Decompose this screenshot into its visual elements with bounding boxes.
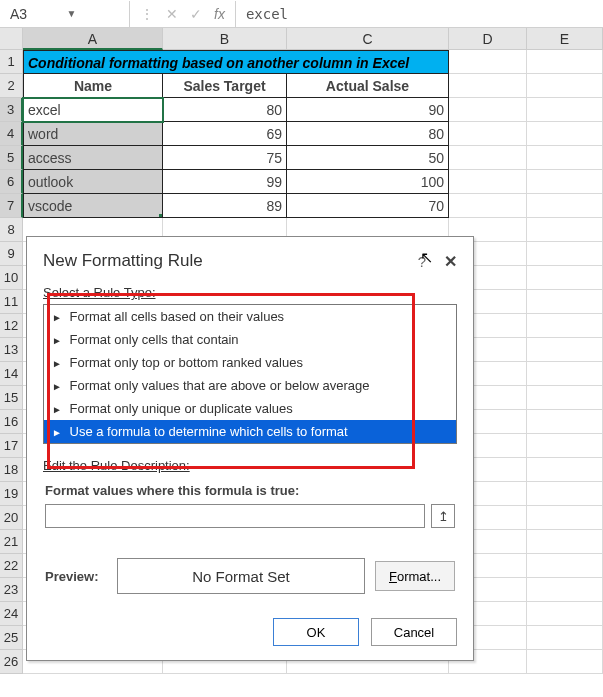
data-actual-cell[interactable]: 50 [287, 146, 449, 170]
col-header-d[interactable]: D [449, 28, 527, 50]
cell[interactable] [449, 122, 527, 146]
row-header[interactable]: 25 [0, 626, 23, 650]
rule-type-option[interactable]: ► Format only values that are above or b… [44, 374, 456, 397]
cell[interactable] [527, 530, 603, 554]
cell[interactable] [527, 410, 603, 434]
close-icon[interactable]: ✕ [444, 252, 457, 271]
rule-type-option[interactable]: ► Format only unique or duplicate values [44, 397, 456, 420]
rule-type-option[interactable]: ► Format only cells that contain [44, 328, 456, 351]
rule-type-option[interactable]: ► Format only top or bottom ranked value… [44, 351, 456, 374]
data-name-cell[interactable]: excel [23, 98, 163, 122]
cell[interactable] [527, 554, 603, 578]
col-header-c[interactable]: C [287, 28, 449, 50]
data-target-cell[interactable]: 75 [163, 146, 287, 170]
data-actual-cell[interactable]: 80 [287, 122, 449, 146]
cell[interactable] [527, 74, 603, 98]
row-header[interactable]: 9 [0, 242, 23, 266]
col-header-a[interactable]: A [23, 28, 163, 50]
row-header[interactable]: 3 [0, 98, 23, 122]
cell[interactable] [449, 146, 527, 170]
row-header[interactable]: 7 [0, 194, 23, 218]
header-actual-sales[interactable]: Actual Salse [287, 74, 449, 98]
cell[interactable] [527, 506, 603, 530]
cell[interactable] [527, 386, 603, 410]
row-header[interactable]: 5 [0, 146, 23, 170]
row-header[interactable]: 2 [0, 74, 23, 98]
row-header[interactable]: 20 [0, 506, 23, 530]
data-target-cell[interactable]: 89 [163, 194, 287, 218]
cell[interactable] [527, 50, 603, 74]
cell[interactable] [527, 314, 603, 338]
cell[interactable] [527, 626, 603, 650]
cell[interactable] [527, 458, 603, 482]
accept-icon[interactable]: ✓ [190, 6, 202, 22]
cell[interactable] [449, 170, 527, 194]
header-name[interactable]: Name [23, 74, 163, 98]
formula-bar-value[interactable]: excel [236, 6, 298, 22]
data-target-cell[interactable]: 80 [163, 98, 287, 122]
cell[interactable] [527, 290, 603, 314]
cell[interactable] [527, 122, 603, 146]
row-header[interactable]: 14 [0, 362, 23, 386]
data-name-cell[interactable]: vscode [23, 194, 163, 218]
cell[interactable] [527, 170, 603, 194]
cancel-button[interactable]: Cancel [371, 618, 457, 646]
rule-type-list[interactable]: ► Format all cells based on their values… [43, 304, 457, 444]
cell[interactable] [527, 602, 603, 626]
format-button[interactable]: Format... [375, 561, 455, 591]
chevron-down-icon[interactable]: ▼ [67, 8, 124, 19]
cell[interactable] [527, 482, 603, 506]
row-header[interactable]: 8 [0, 218, 23, 242]
data-actual-cell[interactable]: 70 [287, 194, 449, 218]
row-header[interactable]: 15 [0, 386, 23, 410]
data-actual-cell[interactable]: 100 [287, 170, 449, 194]
data-name-cell[interactable]: outlook [23, 170, 163, 194]
cell[interactable] [527, 434, 603, 458]
cell[interactable] [449, 50, 527, 74]
row-header[interactable]: 12 [0, 314, 23, 338]
row-header[interactable]: 19 [0, 482, 23, 506]
cancel-icon[interactable]: ✕ [166, 6, 178, 22]
row-header[interactable]: 6 [0, 170, 23, 194]
row-header[interactable]: 16 [0, 410, 23, 434]
cell[interactable] [527, 146, 603, 170]
row-header[interactable]: 13 [0, 338, 23, 362]
header-sales-target[interactable]: Sales Target [163, 74, 287, 98]
cell[interactable] [527, 242, 603, 266]
row-header[interactable]: 17 [0, 434, 23, 458]
data-actual-cell[interactable]: 90 [287, 98, 449, 122]
fx-icon[interactable]: fx [214, 6, 225, 22]
fill-handle[interactable] [159, 214, 163, 218]
name-box[interactable]: A3 ▼ [0, 1, 130, 27]
help-icon[interactable]: ? [418, 253, 426, 270]
cell[interactable] [527, 218, 603, 242]
range-picker-icon[interactable]: ↥ [431, 504, 455, 528]
cell[interactable] [527, 266, 603, 290]
row-header[interactable]: 22 [0, 554, 23, 578]
ok-button[interactable]: OK [273, 618, 359, 646]
row-header[interactable]: 10 [0, 266, 23, 290]
row-header[interactable]: 4 [0, 122, 23, 146]
data-name-cell[interactable]: word [23, 122, 163, 146]
row-header[interactable]: 1 [0, 50, 23, 74]
cell[interactable] [527, 338, 603, 362]
cell[interactable] [449, 194, 527, 218]
cell[interactable] [449, 74, 527, 98]
row-header[interactable]: 21 [0, 530, 23, 554]
col-header-e[interactable]: E [527, 28, 603, 50]
title-cell[interactable]: Conditional formatting based on another … [23, 50, 449, 74]
row-header[interactable]: 24 [0, 602, 23, 626]
row-header[interactable]: 11 [0, 290, 23, 314]
cell[interactable] [527, 194, 603, 218]
data-name-cell[interactable]: access [23, 146, 163, 170]
rule-type-option[interactable]: ► Use a formula to determine which cells… [44, 420, 456, 443]
select-all-corner[interactable] [0, 28, 23, 50]
row-header[interactable]: 26 [0, 650, 23, 674]
cell[interactable] [527, 578, 603, 602]
cell[interactable] [527, 98, 603, 122]
row-header[interactable]: 18 [0, 458, 23, 482]
formula-input[interactable] [45, 504, 425, 528]
data-target-cell[interactable]: 69 [163, 122, 287, 146]
rule-type-option[interactable]: ► Format all cells based on their values [44, 305, 456, 328]
cell[interactable] [527, 362, 603, 386]
